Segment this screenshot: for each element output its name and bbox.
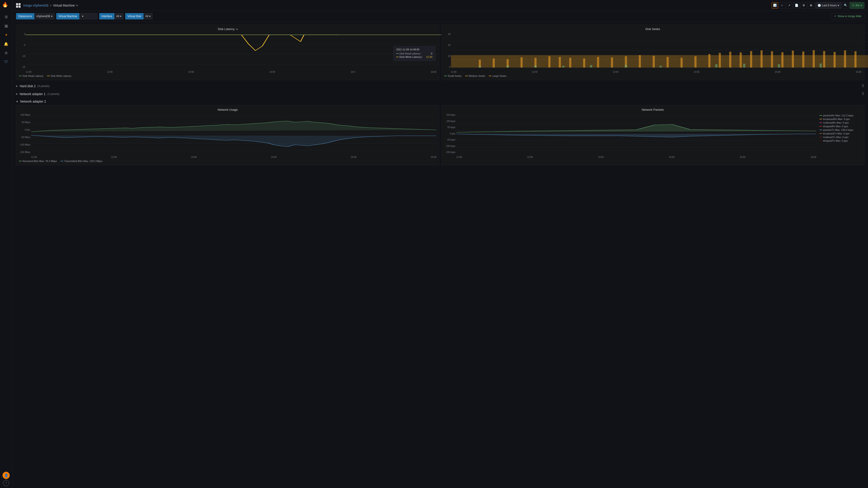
breadcrumb-dropdown-icon[interactable]: ▾ bbox=[76, 4, 78, 7]
legend-read-latency: Disk Read Latency bbox=[19, 74, 43, 77]
interface-select[interactable]: All ▾ bbox=[114, 13, 123, 20]
network-adapter-2-chevron-icon: ▼ bbox=[16, 100, 18, 103]
legend-read-label: Disk Read Latency bbox=[23, 74, 43, 77]
hard-disk-2-section[interactable]: ▶ Hard disk 2 (4 panels) ⠿ bbox=[16, 82, 864, 90]
nu-y-0: 0 bps bbox=[19, 129, 30, 131]
svg-rect-30 bbox=[729, 52, 731, 68]
datasource-select[interactable]: vSphereDB ▾ bbox=[34, 13, 54, 20]
monitor-button[interactable]: 🖥 bbox=[808, 2, 814, 8]
datasource-filter: Datasource vSphereDB ▾ bbox=[16, 13, 55, 20]
legend-broadcastRx-label: broadcastRx Max: 0 pps bbox=[823, 118, 850, 121]
legend-multicastTx-label: multicastTx Max: 0 pps bbox=[823, 136, 848, 138]
legend-droppedTx-dot bbox=[819, 140, 822, 141]
svg-rect-12 bbox=[493, 59, 495, 68]
disk-seeks-title[interactable]: Disk Seeks bbox=[444, 27, 862, 31]
legend-droppedTx: droppedTx Max: 0 pps bbox=[819, 139, 861, 142]
svg-rect-50 bbox=[715, 64, 717, 68]
legend-received: Received Bit/s Max: 79.3 Mbps bbox=[19, 160, 57, 162]
svg-rect-28 bbox=[708, 54, 710, 68]
svg-rect-32 bbox=[750, 51, 752, 68]
datasource-value: vSphereDB bbox=[36, 15, 50, 18]
svg-rect-31 bbox=[740, 53, 742, 68]
svg-rect-16 bbox=[548, 56, 550, 68]
network-adapter-2-title: Network adapter 2 bbox=[20, 100, 46, 103]
legend-small-label: Small Seeks bbox=[448, 74, 462, 77]
network-adapter-1-title: Network adapter 1 bbox=[20, 92, 45, 96]
sidebar-item-help[interactable]: ? bbox=[3, 480, 9, 486]
seeks-y-30: 30 bbox=[444, 44, 451, 46]
svg-rect-10 bbox=[451, 55, 868, 68]
network-packets-panel: Network Packets 150 kpps 100 kpps 50 kpp… bbox=[441, 105, 865, 165]
apps-grid-icon[interactable] bbox=[16, 3, 21, 8]
svg-rect-14 bbox=[520, 57, 522, 68]
time-range-button[interactable]: 🕐 Last 6 hours ▾ bbox=[815, 2, 842, 9]
refresh-label: 30s bbox=[855, 4, 860, 7]
refresh-button[interactable]: ↻ 30s ▾ bbox=[850, 2, 864, 9]
sidebar-item-shield[interactable]: 🛡 bbox=[2, 58, 10, 66]
vdisk-select[interactable]: All ▾ bbox=[144, 13, 153, 20]
network-adapter-1-drag-handle[interactable]: ⠿ bbox=[862, 92, 864, 96]
nu-y-n50: -50 Mbps bbox=[19, 136, 30, 138]
sx-14: 14:00 bbox=[694, 71, 700, 73]
nux-11: 11:00 bbox=[31, 156, 37, 158]
vm-select[interactable]: ▾ bbox=[79, 13, 97, 20]
app-logo[interactable]: 🔥 bbox=[2, 2, 10, 10]
np-y-n100: -100 kpps bbox=[444, 145, 456, 147]
show-icinga-button[interactable]: ↗ Show in Icinga Web bbox=[831, 13, 864, 20]
vdisk-value: All bbox=[145, 15, 148, 18]
sidebar-item-alerts[interactable]: 🔔 bbox=[2, 40, 10, 48]
vm-chevron-icon: ▾ bbox=[82, 15, 84, 18]
svg-rect-40 bbox=[833, 52, 835, 68]
breadcrumb-parent[interactable]: Icinga vSphereDb bbox=[23, 4, 49, 7]
legend-medium-label: Medium Seeks bbox=[469, 74, 485, 77]
vm-label: Virtual Machine bbox=[56, 13, 80, 20]
npx-14: 14:00 bbox=[669, 156, 675, 158]
datasource-chevron-icon: ▾ bbox=[51, 15, 53, 18]
network-adapter-1-subtitle: (2 panels) bbox=[47, 92, 59, 96]
star-button[interactable]: ☆ bbox=[779, 2, 785, 8]
disk-seeks-svg bbox=[451, 33, 868, 69]
sx-11: 11:00 bbox=[451, 71, 457, 73]
search-button[interactable]: 🔍 bbox=[842, 2, 849, 8]
doc-button[interactable]: 📄 bbox=[794, 2, 800, 8]
sidebar-item-explore[interactable]: ✦ bbox=[2, 31, 10, 39]
legend-small-seeks: Small Seeks bbox=[444, 74, 462, 77]
seeks-y-40: 40 bbox=[444, 33, 451, 35]
legend-broadcastRx-dot bbox=[819, 119, 822, 119]
legend-packetsRx: packetsRx Max: 112.2 kpps bbox=[819, 114, 861, 117]
disk-latency-title[interactable]: Disk Latency ▾ bbox=[19, 27, 436, 31]
network-usage-title[interactable]: Network Usage bbox=[19, 108, 436, 111]
network-usage-chart-area: 100 Mbps 50 Mbps 0 bps -50 Mbps -100 Mbp… bbox=[19, 113, 436, 158]
nu-y-50: 50 Mbps bbox=[19, 121, 30, 124]
chart-view-button[interactable]: 📊 bbox=[772, 2, 778, 8]
network-packets-chart-area: 150 kpps 100 kpps 50 kpps 0 pps -50 kpps… bbox=[444, 113, 862, 158]
svg-rect-43 bbox=[479, 66, 481, 68]
sidebar-item-user[interactable]: 👤 bbox=[2, 472, 10, 479]
sx-16: 16:00 bbox=[856, 71, 862, 73]
legend-packetsTx-label: packetsTx Max: 109.0 kpps bbox=[823, 129, 853, 131]
legend-large-seeks: Large Seeks bbox=[489, 74, 506, 77]
y-label-n10: -10 bbox=[19, 55, 25, 57]
network-adapter-1-section[interactable]: ▶ Network adapter 1 (2 panels) ⠿ bbox=[16, 90, 864, 98]
interface-chevron-icon: ▾ bbox=[120, 15, 121, 18]
x-11: 11:00 bbox=[26, 71, 31, 73]
svg-rect-51 bbox=[743, 64, 745, 68]
network-packets-title[interactable]: Network Packets bbox=[444, 108, 862, 111]
sidebar-item-settings[interactable]: ⚙ bbox=[2, 49, 10, 57]
sidebar-item-apps[interactable]: ⊞ bbox=[2, 13, 10, 21]
x-12: 12:00 bbox=[107, 71, 113, 73]
hard-disk-2-drag-handle[interactable]: ⠿ bbox=[862, 84, 864, 88]
legend-multicastRx: multicastRx Max: 0 pps bbox=[819, 121, 861, 124]
legend-droppedRx-dot bbox=[819, 126, 822, 127]
settings-button[interactable]: ⚙ bbox=[801, 2, 807, 8]
svg-rect-52 bbox=[778, 64, 780, 68]
share-button[interactable]: ↗ bbox=[786, 2, 793, 8]
hard-disk-2-subtitle: (4 panels) bbox=[37, 85, 50, 88]
hard-disk-2-chevron-icon: ▶ bbox=[16, 85, 18, 87]
npx-13: 13:00 bbox=[598, 156, 603, 158]
disk-latency-chart-area: 0 -5 -10 -15 bbox=[19, 33, 436, 73]
network-adapter-2-section[interactable]: ▼ Network adapter 2 bbox=[16, 98, 864, 105]
x-13: 13:00 bbox=[188, 71, 194, 73]
sidebar-item-dashboard[interactable]: ▦ bbox=[2, 22, 10, 30]
disk-latency-panel: Disk Latency ▾ 0 -5 -10 -15 bbox=[16, 24, 439, 80]
